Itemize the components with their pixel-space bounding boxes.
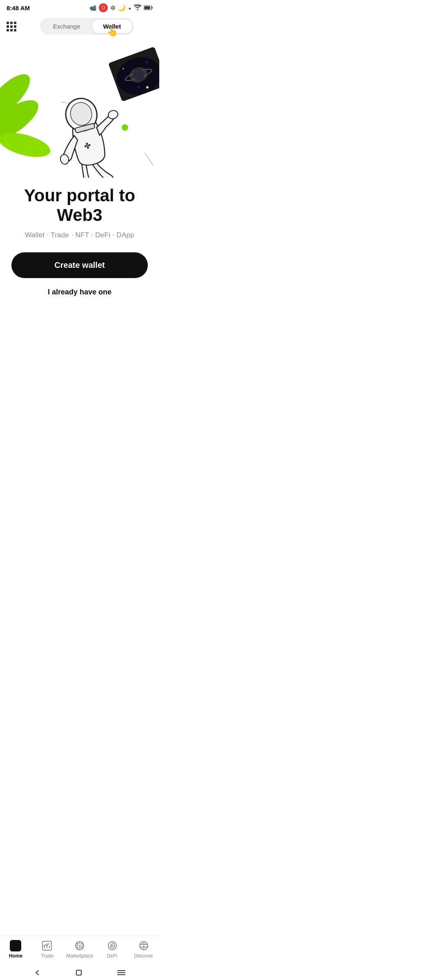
battery-icon	[144, 4, 153, 11]
create-wallet-button[interactable]: Create wallet	[11, 252, 148, 278]
svg-point-6	[0, 128, 53, 162]
wifi-icon	[134, 4, 141, 11]
video-icon: 📹	[89, 4, 96, 11]
status-bar: 8:48 AM 📹 ✲ 🌙 ⬥	[0, 0, 159, 14]
svg-point-29	[121, 124, 129, 132]
svg-line-18	[145, 153, 153, 165]
have-wallet-button[interactable]: I already have one	[48, 288, 111, 296]
hero-title: Your portal to Web3	[11, 186, 148, 225]
bluetooth-icon: ✲	[110, 4, 116, 12]
svg-rect-4	[145, 6, 150, 9]
svg-rect-1	[102, 7, 105, 9]
tab-switcher: Exchange Wallet 👆	[40, 18, 134, 35]
rec-icon	[99, 3, 108, 12]
hero-subtitle: Wallet · Trade · NFT · DeFi · DApp	[11, 231, 148, 239]
hero-illustration: ✤	[0, 39, 159, 178]
wallet-tab[interactable]: Wallet	[92, 20, 133, 33]
exchange-tab[interactable]: Exchange	[42, 20, 92, 33]
moon-icon: 🌙	[118, 4, 126, 11]
status-time: 8:48 AM	[7, 4, 30, 11]
hero-text-section: Your portal to Web3 Wallet · Trade · NFT…	[0, 178, 159, 296]
top-navigation: Exchange Wallet 👆	[0, 14, 159, 39]
network-icon: ⬥	[128, 5, 131, 11]
status-icons: 📹 ✲ 🌙 ⬥	[89, 3, 153, 12]
grid-menu-icon[interactable]	[7, 22, 16, 31]
svg-rect-3	[152, 7, 153, 9]
